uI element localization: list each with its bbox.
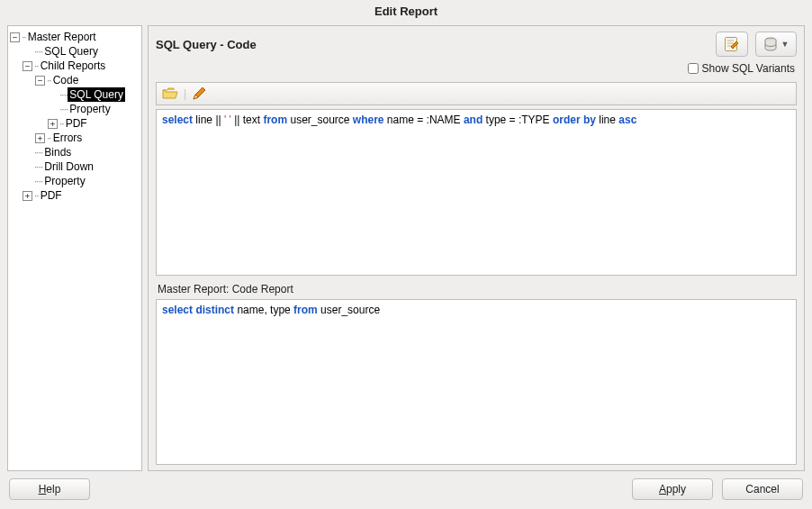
chevron-down-icon: ▼ [781,40,789,49]
help-button[interactable]: Help [9,478,90,500]
edit-note-icon [724,36,740,52]
tree-item-code-property[interactable]: ····Property [48,102,140,116]
report-tree-panel: − ·· Master Report ····SQL Query − ·· Ch… [7,25,142,471]
open-folder-button[interactable] [162,87,178,100]
database-icon [763,37,778,51]
show-variants-row: Show SQL Variants [156,60,797,78]
main-panel: SQL Query - Code ▼ Show SQL Variants [148,25,805,471]
sql-editor-bottom[interactable]: select distinct name, type from user_sou… [156,299,797,466]
show-sql-variants-checkbox[interactable] [688,63,699,74]
expand-icon[interactable]: + [48,119,58,129]
panel-title: SQL Query - Code [156,38,257,51]
toolbar-separator: | [184,87,186,100]
tree-item-sql-query[interactable]: ····SQL Query [23,44,140,59]
sql-editor-top[interactable]: select line || ' ' || text from user_sou… [156,109,797,276]
main-header: SQL Query - Code ▼ [156,32,797,57]
tree-root[interactable]: − ·· Master Report [10,30,140,44]
report-tree[interactable]: − ·· Master Report ····SQL Query − ·· Ch… [8,26,141,206]
tree-item-errors[interactable]: +··Errors [35,131,140,145]
tree-label: Master Report [26,30,98,44]
tree-item-property[interactable]: ····Property [23,174,140,188]
tree-item-code-pdf[interactable]: +··PDF [48,116,140,131]
collapse-icon[interactable]: − [10,32,20,42]
tree-item-code[interactable]: − ·· Code [35,73,140,87]
master-report-label: Master Report: Code Report [156,279,797,295]
tree-item-binds[interactable]: ····Binds [23,145,140,159]
dialog-title: Edit Report [0,0,812,23]
edit-button[interactable] [192,86,206,101]
dialog-window: Edit Report − ·· Master Report ····SQL Q… [0,0,812,509]
expand-icon[interactable]: + [35,133,45,143]
tree-item-code-sql-query[interactable]: ····SQL Query [48,87,140,102]
database-dropdown-button[interactable]: ▼ [755,32,797,57]
tree-item-pdf[interactable]: +··PDF [23,188,140,203]
collapse-icon[interactable]: − [35,76,45,86]
collapse-icon[interactable]: − [23,61,32,71]
expand-icon[interactable]: + [23,191,32,201]
folder-open-icon [162,87,178,100]
pencil-icon [192,86,206,101]
dialog-content: − ·· Master Report ····SQL Query − ·· Ch… [0,23,812,471]
apply-button[interactable]: Apply [632,478,713,500]
tree-item-child-reports[interactable]: − ·· Child Reports [23,59,140,73]
edit-sql-button[interactable] [716,32,748,57]
tree-item-drilldown[interactable]: ····Drill Down [23,159,140,174]
dialog-footer: Help Apply Cancel [0,471,812,509]
show-sql-variants-label[interactable]: Show SQL Variants [702,62,795,75]
sql-toolbar: | [156,82,797,105]
panel-action-buttons: ▼ [716,32,797,57]
cancel-button[interactable]: Cancel [722,478,803,500]
